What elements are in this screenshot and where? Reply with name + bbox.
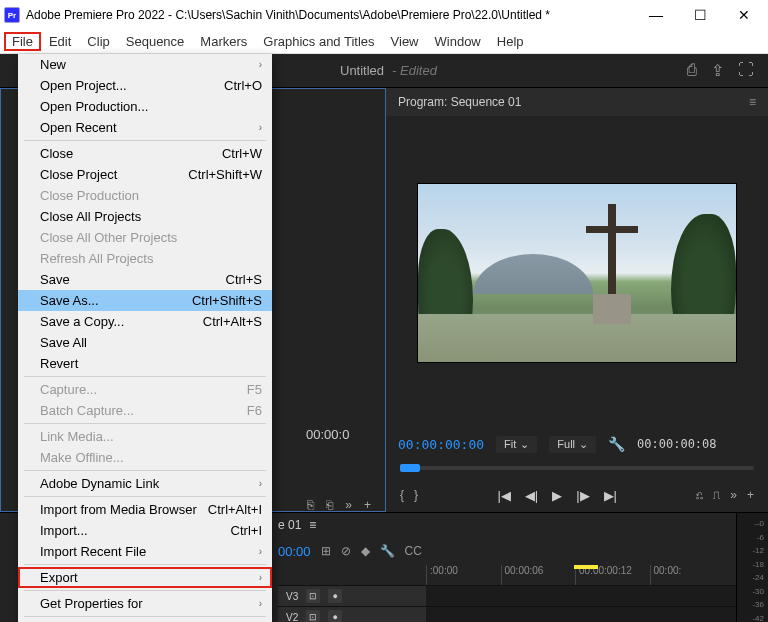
menu-close-all-projects[interactable]: Close All Projects bbox=[18, 206, 272, 227]
workspace-tab[interactable]: Untitled - Edited bbox=[340, 63, 437, 78]
link-icon[interactable]: ⊘ bbox=[341, 544, 351, 558]
meter-tick: -12 bbox=[740, 546, 764, 555]
cross-shape bbox=[608, 204, 616, 294]
menu-save-copy[interactable]: Save a Copy...Ctrl+Alt+S bbox=[18, 311, 272, 332]
ground-shape bbox=[418, 314, 736, 362]
insert-icon[interactable]: ⎘ bbox=[307, 498, 314, 512]
menu-help[interactable]: Help bbox=[489, 32, 532, 51]
track-v3[interactable]: V3⊡● bbox=[278, 585, 736, 606]
program-monitor[interactable] bbox=[417, 183, 737, 363]
menu-sequence[interactable]: Sequence bbox=[118, 32, 193, 51]
app-icon: Pr bbox=[4, 7, 20, 23]
lift-icon[interactable]: ⎌ bbox=[696, 488, 703, 502]
menu-get-properties[interactable]: Get Properties for› bbox=[18, 593, 272, 614]
extract-icon[interactable]: ⎍ bbox=[713, 488, 720, 502]
meter-tick: -6 bbox=[740, 533, 764, 542]
minimize-button[interactable]: — bbox=[636, 1, 676, 29]
quality-select[interactable]: Full⌄ bbox=[549, 436, 596, 453]
menu-open-production[interactable]: Open Production... bbox=[18, 96, 272, 117]
titlebar: Pr Adobe Premiere Pro 2022 - C:\Users\Sa… bbox=[0, 0, 768, 30]
menu-edit[interactable]: Edit bbox=[41, 32, 79, 51]
menu-export[interactable]: Export› bbox=[18, 567, 272, 588]
menu-save-as[interactable]: Save As...Ctrl+Shift+S bbox=[18, 290, 272, 311]
menu-graphics[interactable]: Graphics and Titles bbox=[255, 32, 382, 51]
maximize-button[interactable]: ☐ bbox=[680, 1, 720, 29]
menu-save[interactable]: SaveCtrl+S bbox=[18, 269, 272, 290]
step-back-icon[interactable]: ◀| bbox=[525, 488, 538, 503]
track-v2[interactable]: V2⊡● bbox=[278, 606, 736, 622]
menu-open-project[interactable]: Open Project...Ctrl+O bbox=[18, 75, 272, 96]
play-icon[interactable]: ▶ bbox=[552, 488, 562, 503]
ruler-tick: :00:00 bbox=[426, 565, 501, 585]
sequence-timecode[interactable]: 00:00 bbox=[278, 544, 311, 559]
toggle-output-icon[interactable]: ⊡ bbox=[306, 610, 320, 622]
menu-revert[interactable]: Revert bbox=[18, 353, 272, 374]
quick-export-icon[interactable]: ⎙ bbox=[687, 61, 697, 80]
source-timecode: 00:00:0 bbox=[306, 427, 349, 442]
playhead-indicator[interactable] bbox=[400, 464, 420, 472]
menu-markers[interactable]: Markers bbox=[192, 32, 255, 51]
step-fwd-icon[interactable]: |▶ bbox=[576, 488, 589, 503]
goto-in-icon[interactable]: |◀ bbox=[497, 488, 510, 503]
fullscreen-icon[interactable]: ⛶ bbox=[738, 61, 754, 80]
mountain-shape bbox=[473, 254, 593, 294]
menu-open-recent[interactable]: Open Recent› bbox=[18, 117, 272, 138]
meter-tick: -42 bbox=[740, 614, 764, 622]
sequence-tab[interactable]: e 01 bbox=[278, 518, 301, 532]
program-timecode[interactable]: 00:00:00:00 bbox=[398, 437, 484, 452]
program-panel: Program: Sequence 01 ≡ 00:00:00:00 Fit⌄ … bbox=[386, 88, 768, 512]
file-dropdown: New› Open Project...Ctrl+O Open Producti… bbox=[18, 54, 272, 622]
close-button[interactable]: ✕ bbox=[724, 1, 764, 29]
eye-icon[interactable]: ● bbox=[328, 610, 342, 622]
menu-close-project[interactable]: Close ProjectCtrl+Shift+W bbox=[18, 164, 272, 185]
pedestal-shape bbox=[593, 294, 631, 324]
more-icon[interactable]: » bbox=[345, 498, 352, 512]
program-transport: { } |◀ ◀| ▶ |▶ ▶| ⎌ ⎍ » + bbox=[386, 478, 768, 512]
settings-icon[interactable]: 🔧 bbox=[608, 436, 625, 452]
menu-save-all[interactable]: Save All bbox=[18, 332, 272, 353]
menu-import-recent[interactable]: Import Recent File› bbox=[18, 541, 272, 562]
timeline-playhead[interactable] bbox=[574, 565, 598, 569]
menu-file[interactable]: File bbox=[4, 32, 41, 51]
menu-capture: Capture...F5 bbox=[18, 379, 272, 400]
mark-out-icon[interactable]: } bbox=[414, 488, 418, 502]
sequence-menu-icon[interactable]: ≡ bbox=[309, 518, 316, 532]
goto-out-icon[interactable]: ▶| bbox=[604, 488, 617, 503]
meter-tick: -18 bbox=[740, 560, 764, 569]
menu-close[interactable]: CloseCtrl+W bbox=[18, 143, 272, 164]
menu-clip[interactable]: Clip bbox=[79, 32, 117, 51]
menu-link-media: Link Media... bbox=[18, 426, 272, 447]
menu-new[interactable]: New› bbox=[18, 54, 272, 75]
zoom-select[interactable]: Fit⌄ bbox=[496, 436, 537, 453]
toggle-output-icon[interactable]: ⊡ bbox=[306, 589, 320, 603]
timeline-ruler[interactable]: :00:00 00:00:06 00:00:00:12 00:00: bbox=[278, 565, 736, 585]
program-header: Program: Sequence 01 ≡ bbox=[386, 88, 768, 116]
menu-batch-capture: Batch Capture...F6 bbox=[18, 400, 272, 421]
menu-close-production: Close Production bbox=[18, 185, 272, 206]
menu-window[interactable]: Window bbox=[427, 32, 489, 51]
meter-tick: -36 bbox=[740, 600, 764, 609]
scrub-bar[interactable] bbox=[400, 466, 754, 470]
meter-tick: -24 bbox=[740, 573, 764, 582]
cc-icon[interactable]: CC bbox=[405, 544, 422, 558]
mark-in-icon[interactable]: { bbox=[400, 488, 404, 502]
menu-view[interactable]: View bbox=[383, 32, 427, 51]
snap-icon[interactable]: ⊞ bbox=[321, 544, 331, 558]
track-label: V3 bbox=[286, 591, 298, 602]
wrench2-icon[interactable]: 🔧 bbox=[380, 544, 395, 558]
menu-make-offline: Make Offline... bbox=[18, 447, 272, 468]
menu-import-media-browser[interactable]: Import from Media BrowserCtrl+Alt+I bbox=[18, 499, 272, 520]
overwrite-icon[interactable]: ⎗ bbox=[326, 498, 333, 512]
share-icon[interactable]: ⇪ bbox=[711, 61, 724, 80]
plus-icon[interactable]: + bbox=[364, 498, 371, 512]
meter-tick: --0 bbox=[740, 519, 764, 528]
panel-menu-icon[interactable]: ≡ bbox=[749, 95, 756, 109]
menu-adobe-dynamic-link[interactable]: Adobe Dynamic Link› bbox=[18, 473, 272, 494]
menu-import[interactable]: Import...Ctrl+I bbox=[18, 520, 272, 541]
plus2-icon[interactable]: + bbox=[747, 488, 754, 502]
more2-icon[interactable]: » bbox=[730, 488, 737, 502]
menu-close-all-other: Close All Other Projects bbox=[18, 227, 272, 248]
eye-icon[interactable]: ● bbox=[328, 589, 342, 603]
marker-icon[interactable]: ◆ bbox=[361, 544, 370, 558]
menubar: File Edit Clip Sequence Markers Graphics… bbox=[0, 30, 768, 54]
